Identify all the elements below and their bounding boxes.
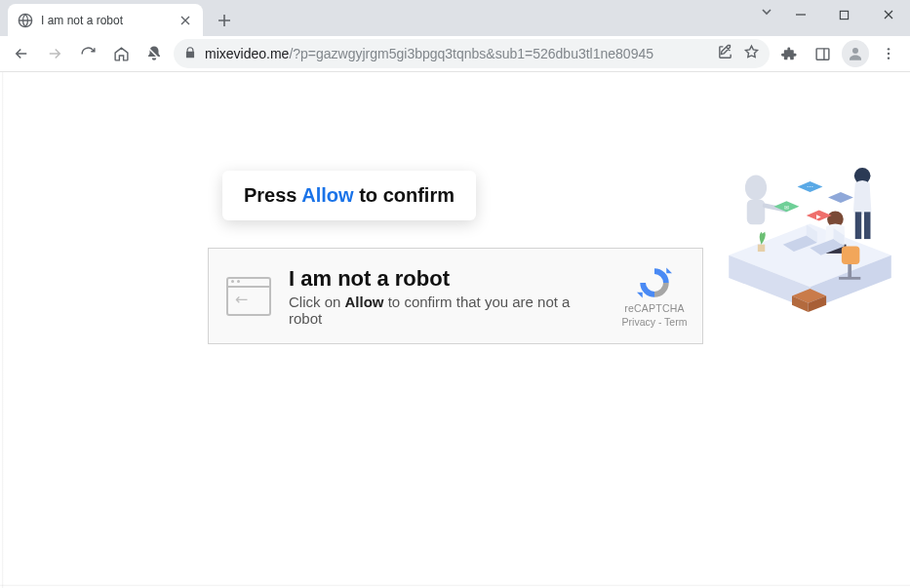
svg-marker-34 [828, 192, 853, 203]
press-allow-bubble: Press Allow to confirm [222, 171, 476, 220]
share-icon[interactable] [717, 44, 733, 63]
svg-rect-13 [747, 199, 766, 224]
press-suffix: to confirm [354, 184, 455, 206]
svg-point-4 [888, 48, 890, 50]
url-text: mixevideo.me/?p=gazwgyjrgm5gi3bpgq3tqnbs… [205, 46, 709, 61]
back-button[interactable] [8, 40, 35, 67]
new-tab-button[interactable] [211, 7, 238, 34]
svg-text:⋯: ⋯ [807, 182, 813, 191]
window-controls [778, 0, 910, 29]
lock-icon [183, 46, 197, 62]
svg-rect-21 [848, 264, 851, 279]
svg-point-5 [888, 53, 890, 55]
captcha-heading: I am not a robot [289, 266, 601, 292]
browser-titlebar: I am not a robot [0, 0, 910, 36]
svg-marker-7 [666, 267, 672, 273]
svg-rect-1 [840, 11, 848, 19]
extensions-icon[interactable] [775, 40, 803, 67]
svg-rect-20 [842, 247, 860, 265]
close-button[interactable] [866, 0, 910, 29]
home-button[interactable] [107, 40, 135, 67]
url-path: /?p=gazwgyjrgm5gi3bpgq3tqnbs&sub1=526dbu… [289, 46, 653, 61]
address-bar-actions [717, 44, 760, 63]
svg-point-6 [888, 57, 890, 59]
press-highlight: Allow [301, 184, 353, 206]
reload-button[interactable] [74, 40, 101, 67]
captcha-panel: ↗ I am not a robot Click on Allow to con… [208, 248, 703, 344]
captcha-subtext: Click on Allow to confirm that you are n… [289, 294, 601, 327]
side-panel-icon[interactable] [809, 40, 836, 67]
globe-icon [18, 13, 33, 28]
svg-text:✉: ✉ [784, 204, 789, 211]
forward-button[interactable] [41, 40, 68, 67]
url-host: mixevideo.me [205, 46, 289, 61]
recaptcha-badge: reCAPTCHA Privacy - Term [618, 265, 691, 328]
press-prefix: Press [244, 184, 301, 206]
decorative-shadow [0, 584, 910, 586]
address-bar[interactable]: mixevideo.me/?p=gazwgyjrgm5gi3bpgq3tqnbs… [174, 39, 770, 68]
svg-point-3 [852, 48, 858, 54]
svg-rect-17 [864, 212, 870, 239]
decorative-illustration: ⋯ ✉ ▶ [720, 126, 900, 331]
browser-toolbar: mixevideo.me/?p=gazwgyjrgm5gi3bpgq3tqnbs… [0, 36, 910, 72]
tab-close-icon[interactable] [178, 13, 193, 28]
recaptcha-icon [635, 265, 674, 300]
captcha-text: I am not a robot Click on Allow to confi… [289, 266, 601, 327]
bookmark-star-icon[interactable] [743, 44, 760, 63]
svg-point-12 [745, 175, 767, 200]
svg-rect-22 [839, 277, 860, 280]
menu-dots-icon[interactable] [875, 40, 902, 67]
svg-marker-8 [637, 292, 643, 297]
recaptcha-links[interactable]: Privacy - Term [618, 316, 691, 328]
tab-title: I am not a robot [41, 14, 170, 27]
recaptcha-label: reCAPTCHA [618, 302, 691, 314]
tab-search-icon[interactable] [760, 5, 773, 22]
svg-rect-27 [758, 245, 765, 252]
maximize-button[interactable] [822, 0, 866, 29]
page-content: Press Allow to confirm ↗ I am not a robo… [0, 72, 910, 588]
notifications-muted-icon[interactable] [140, 40, 168, 67]
browser-tab[interactable]: I am not a robot [8, 4, 203, 36]
svg-rect-16 [855, 212, 861, 239]
profile-avatar[interactable] [842, 40, 869, 67]
minimize-button[interactable] [778, 0, 822, 29]
decorative-shadow [2, 72, 4, 588]
svg-rect-2 [816, 48, 829, 59]
browser-window-icon: ↗ [226, 277, 271, 316]
svg-text:▶: ▶ [816, 213, 821, 219]
